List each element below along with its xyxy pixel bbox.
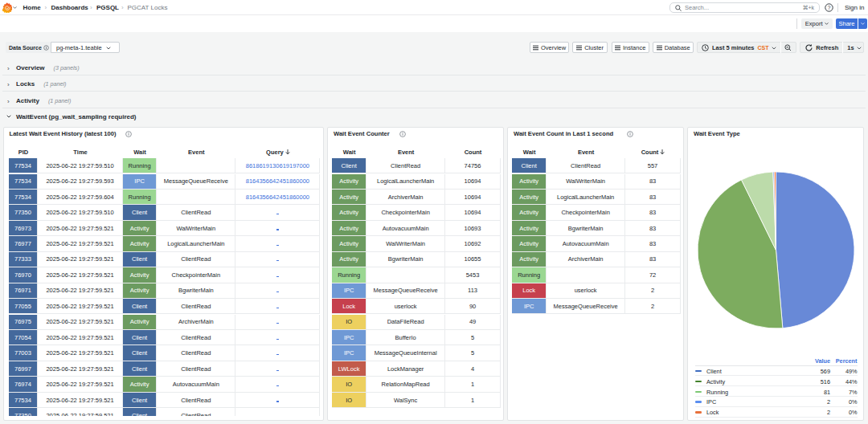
svg-text:?: ?	[828, 5, 831, 10]
